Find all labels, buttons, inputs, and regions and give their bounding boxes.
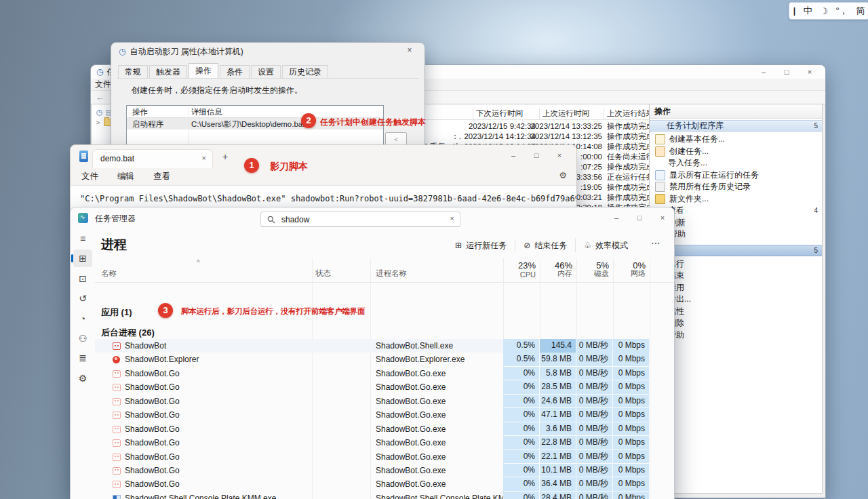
- col-action[interactable]: 操作: [132, 107, 148, 117]
- action-item[interactable]: 属性: [650, 306, 822, 318]
- process-row[interactable]: ShadowBot.Go ShadowBot.Go.exe 0% 22.8 MB…: [95, 436, 650, 450]
- dialog-tab[interactable]: 常规: [118, 65, 148, 78]
- action-item[interactable]: 禁用: [650, 282, 822, 294]
- col-cpu[interactable]: 23% CPU: [503, 258, 540, 282]
- process-row[interactable]: ShadowBot.Go ShadowBot.Go.exe 0% 36.4 MB…: [95, 477, 650, 491]
- action-item[interactable]: 新文件夹...: [650, 193, 822, 205]
- ime-punctuation-toggle[interactable]: °，: [835, 5, 848, 17]
- col-process-name[interactable]: 进程名称: [376, 268, 407, 279]
- maximize-button[interactable]: □: [775, 68, 798, 76]
- ime-halfwidth-moon-icon[interactable]: ☽: [820, 6, 828, 16]
- process-row[interactable]: ShadowBot.Explorer ShadowBot.Explorer.ex…: [95, 353, 650, 366]
- action-item[interactable]: 创建任务...: [650, 146, 822, 158]
- ime-lang-mode[interactable]: 中: [804, 5, 812, 17]
- cpu-value: 0%: [503, 380, 539, 394]
- dialog-tab[interactable]: 触发器: [149, 65, 187, 78]
- process-row[interactable]: ShadowBot.Go ShadowBot.Go.exe 0% 28.5 MB…: [95, 380, 650, 394]
- action-item[interactable]: 任务计划程序库 5: [650, 120, 822, 132]
- ime-simplified-toggle[interactable]: 简: [856, 5, 865, 17]
- process-row[interactable]: ShadowBot.Go ShadowBot.Go.exe 0% 5.8 MB …: [95, 367, 650, 380]
- expand-arrow-icon[interactable]: 5: [814, 122, 819, 129]
- minimize-button[interactable]: –: [502, 151, 525, 159]
- process-row[interactable]: ShadowBot.Go ShadowBot.Go.exe 0% 3.6 MB …: [95, 422, 650, 436]
- dialog-titlebar[interactable]: ◷ 自动启动影刀 属性(本地计算机): [111, 43, 425, 60]
- col-next-run[interactable]: 下次运行时间: [476, 108, 523, 119]
- search-box[interactable]: ×: [260, 212, 460, 227]
- notepad-tab[interactable]: demo.bat ×: [92, 149, 213, 168]
- col-detail[interactable]: 详细信息: [191, 107, 222, 117]
- expand-arrow-icon[interactable]: 4: [814, 207, 819, 214]
- action-item[interactable]: 禁用所有任务历史记录: [650, 181, 822, 193]
- col-last-run[interactable]: 上次运行时间: [542, 108, 589, 119]
- sidebar-item[interactable]: ◔: [73, 310, 92, 327]
- col-name[interactable]: 名称: [101, 268, 117, 279]
- col-network[interactable]: 0% 网络: [613, 258, 650, 282]
- menu-edit[interactable]: 编辑: [117, 171, 134, 182]
- col-last-result[interactable]: 上次运行结果: [607, 108, 649, 119]
- clock-icon: ◷: [96, 108, 103, 117]
- task-manager-titlebar[interactable]: 任务管理器 × – □ ×: [71, 207, 674, 228]
- maximize-button[interactable]: □: [525, 151, 548, 159]
- action-item[interactable]: 查看 4: [650, 205, 822, 217]
- minimize-button[interactable]: –: [605, 214, 628, 222]
- efficiency-mode-button[interactable]: ♧ 效率模式: [575, 239, 636, 252]
- sidebar-item[interactable]: ≣: [73, 349, 92, 367]
- expand-arrow-icon[interactable]: 5: [814, 247, 819, 254]
- menu-view[interactable]: 查看: [153, 171, 170, 182]
- shadowbot-go-icon: [113, 454, 121, 461]
- end-task-button[interactable]: ⊘ 结束任务: [515, 239, 575, 252]
- group-background-processes[interactable]: 后台进程 (26): [101, 327, 155, 339]
- action-item[interactable]: 帮助: [650, 228, 822, 241]
- process-row[interactable]: ShadowBot.Go ShadowBot.Go.exe 0% 47.1 MB…: [95, 408, 650, 422]
- sidebar-item[interactable]: ⊡: [73, 270, 92, 287]
- process-row[interactable]: ShadowBot ShadowBot.Shell.exe 0.5% 145.4…: [95, 339, 650, 353]
- action-item[interactable]: 导入任务...: [650, 157, 822, 169]
- col-memory[interactable]: 46% 内存: [540, 258, 576, 282]
- col-status[interactable]: 状态: [315, 268, 331, 279]
- close-button[interactable]: ×: [798, 68, 821, 76]
- process-row[interactable]: ShadowBot.Go ShadowBot.Go.exe 0% 22.1 MB…: [95, 450, 650, 464]
- sort-ascending-icon[interactable]: ^: [197, 259, 200, 266]
- close-icon[interactable]: ×: [401, 45, 418, 58]
- dialog-tab[interactable]: 设置: [251, 65, 281, 78]
- action-item[interactable]: 导出...: [650, 294, 822, 306]
- sidebar-item[interactable]: ⚙: [73, 370, 92, 387]
- close-button[interactable]: ×: [548, 151, 571, 159]
- run-new-task-button[interactable]: ⊞ 运行新任务: [447, 239, 515, 252]
- menu-file[interactable]: 文件: [81, 171, 98, 182]
- action-item-label: 导出...: [668, 294, 818, 305]
- sidebar-item[interactable]: ⊞: [73, 250, 92, 267]
- new-tab-icon[interactable]: +: [222, 151, 228, 162]
- expander-icon[interactable]: >: [96, 119, 101, 126]
- action-item[interactable]: 删除: [650, 317, 822, 330]
- process-row[interactable]: ShadowBot.Go ShadowBot.Go.exe 0% 24.6 MB…: [95, 395, 650, 408]
- minimize-button[interactable]: –: [752, 68, 775, 76]
- close-button[interactable]: ×: [651, 214, 674, 222]
- col-disk[interactable]: 5% 磁盘: [576, 258, 613, 282]
- process-row[interactable]: ShadowBot.Go ShadowBot.Go.exe 0% 10.1 MB…: [95, 464, 650, 477]
- dialog-tab[interactable]: 条件: [220, 65, 250, 78]
- process-row[interactable]: ShadowBot.Shell.Console.Plate.KMM.exe Sh…: [95, 492, 650, 499]
- back-icon[interactable]: ←: [96, 92, 104, 102]
- action-item[interactable]: 显示所有正在运行的任务: [650, 169, 822, 182]
- search-input[interactable]: [280, 213, 425, 226]
- memory-value: 5.8 MB: [540, 367, 576, 380]
- sidebar-item[interactable]: ⚇: [73, 330, 92, 347]
- dialog-tab[interactable]: 历史记录: [282, 65, 328, 78]
- action-item[interactable]: 帮助: [650, 330, 822, 342]
- action-item[interactable]: 运行: [650, 258, 822, 271]
- action-item[interactable]: 刷新: [650, 217, 822, 229]
- action-item[interactable]: 5: [650, 245, 822, 256]
- settings-gear-icon[interactable]: ⚙: [559, 170, 567, 180]
- task-last-run: 0:03:21: [576, 193, 602, 203]
- sidebar-item[interactable]: ↺: [73, 290, 92, 307]
- sidebar-item[interactable]: ≡: [73, 230, 92, 247]
- maximize-button[interactable]: □: [628, 214, 651, 222]
- tab-close-icon[interactable]: ×: [202, 154, 206, 162]
- clear-search-icon[interactable]: ×: [450, 214, 454, 222]
- action-item[interactable]: 结束: [650, 270, 822, 282]
- more-options-icon[interactable]: ⋯: [651, 237, 660, 248]
- group-apps[interactable]: 应用 (1): [101, 306, 132, 319]
- action-item[interactable]: 创建基本任务...: [650, 134, 822, 146]
- dialog-tab[interactable]: 操作: [189, 63, 218, 78]
